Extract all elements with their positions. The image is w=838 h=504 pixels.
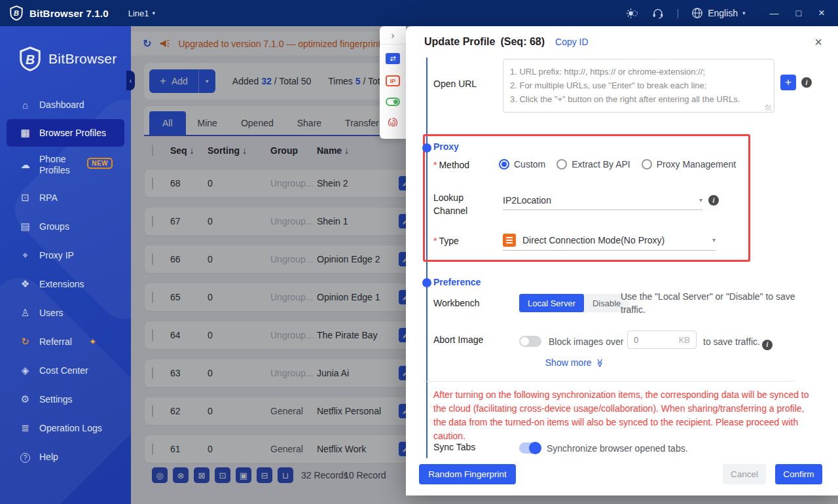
window-controls: — □ × bbox=[770, 7, 825, 20]
abort-image-toggle[interactable] bbox=[519, 336, 541, 347]
add-button-label: Add bbox=[172, 76, 188, 86]
sidebar-item-rpa[interactable]: ⊡ RPA bbox=[0, 183, 131, 212]
fingerprint-icon[interactable] bbox=[386, 116, 399, 132]
sync-tabs-label: Sync Tabs bbox=[433, 442, 475, 452]
open-url-label: Open URL bbox=[433, 79, 477, 89]
proxy-section-dot bbox=[422, 143, 431, 153]
column-header-sorting[interactable]: Sorting ↓ bbox=[208, 145, 270, 156]
add-dropdown-caret[interactable]: ▾ bbox=[198, 69, 215, 93]
row-checkbox[interactable] bbox=[152, 367, 153, 379]
row-checkbox[interactable] bbox=[152, 253, 153, 265]
show-more-link[interactable]: Show more≫ bbox=[503, 357, 647, 368]
sidebar-item-label: Users bbox=[39, 308, 64, 319]
open-url-textarea[interactable] bbox=[503, 59, 774, 113]
sidebar-item-referral[interactable]: ↻ Referral ✦ bbox=[0, 327, 131, 356]
theme-toggle-icon[interactable] bbox=[626, 7, 639, 20]
sidebar-item-dashboard[interactable]: ⌂ Dashboard bbox=[0, 90, 131, 119]
row-checkbox[interactable] bbox=[152, 443, 153, 455]
sidebar-item-users[interactable]: ♙ Users bbox=[0, 298, 131, 327]
proxy-section-heading: Proxy bbox=[433, 141, 459, 152]
preference-toggle-icon[interactable] bbox=[386, 98, 400, 106]
resize-grip-icon[interactable] bbox=[765, 105, 771, 111]
language-selector[interactable]: English ▾ bbox=[691, 7, 745, 19]
info-icon[interactable]: i bbox=[801, 77, 812, 88]
chevron-left-icon: ‹ bbox=[130, 77, 132, 84]
sidebar-collapse-handle[interactable]: ‹ bbox=[126, 71, 135, 90]
select-all-checkbox[interactable] bbox=[152, 145, 153, 156]
add-profile-button[interactable]: + Add ▾ bbox=[149, 69, 215, 93]
line-selector[interactable]: Line1 ▾ bbox=[128, 9, 155, 18]
preference-section-heading: Preference bbox=[433, 277, 481, 287]
sidebar-item-cost-center[interactable]: ◈ Cost Center bbox=[0, 356, 131, 385]
bitbrowser-app: B BitBrowser 7.1.0 Line1 ▾ | English ▾ —… bbox=[0, 0, 838, 504]
sidebar-item-groups[interactable]: ▤ Groups bbox=[0, 212, 131, 241]
double-chevron-down-icon: ≫ bbox=[595, 359, 605, 368]
ip-monitor-icon[interactable]: IP bbox=[386, 75, 400, 86]
sync-tabs-toggle[interactable] bbox=[519, 442, 541, 454]
globe-icon bbox=[691, 7, 703, 19]
tab-opened[interactable]: Opened bbox=[229, 111, 285, 135]
users-icon: ♙ bbox=[20, 307, 31, 319]
sidebar-item-proxy-ip[interactable]: ⌖ Proxy IP bbox=[0, 241, 131, 270]
sidebar-item-browser-profiles[interactable]: ▦ Browser Profiles bbox=[7, 119, 124, 147]
close-window-button[interactable]: × bbox=[818, 7, 825, 20]
sidebar-item-label: Extensions bbox=[39, 279, 84, 290]
random-fingerprint-button[interactable]: Random Fingerprint bbox=[419, 464, 516, 484]
help-icon: ? bbox=[20, 451, 31, 463]
column-header-seq[interactable]: Seq ↓ bbox=[170, 145, 208, 156]
add-url-button[interactable]: + bbox=[780, 75, 796, 90]
robot-icon: ⊡ bbox=[20, 192, 31, 204]
tab-all[interactable]: All bbox=[149, 111, 186, 135]
row-checkbox[interactable] bbox=[152, 177, 153, 189]
image-size-value: 0 bbox=[634, 335, 638, 345]
modal-title: Update Profile bbox=[424, 36, 495, 48]
shield-icon: ◈ bbox=[20, 365, 31, 376]
modal-quick-panel: › ⇄ IP bbox=[380, 26, 406, 139]
robot-icon[interactable]: ⊡ bbox=[215, 467, 230, 483]
close-square-icon[interactable]: ⊠ bbox=[194, 467, 210, 483]
row-checkbox[interactable] bbox=[152, 405, 153, 417]
svg-text:B: B bbox=[26, 52, 35, 67]
sidebar-brand: B BitBrowser bbox=[18, 46, 117, 72]
row-checkbox[interactable] bbox=[152, 215, 153, 227]
bitbrowser-logo-icon: B bbox=[18, 46, 42, 72]
sync-tabs-description: Synchronize browser opened tabs. bbox=[547, 442, 688, 455]
globe-icon[interactable]: ◎ bbox=[152, 467, 168, 483]
kb-unit-label: KB bbox=[679, 335, 690, 345]
maximize-button[interactable]: □ bbox=[796, 8, 801, 18]
close-icon[interactable]: × bbox=[814, 35, 822, 48]
divider bbox=[380, 44, 406, 45]
chevron-right-icon[interactable]: › bbox=[392, 29, 395, 41]
refresh-icon[interactable]: ↻ bbox=[143, 37, 151, 50]
sidebar-item-extensions[interactable]: ❖ Extensions bbox=[0, 270, 131, 298]
row-checkbox[interactable] bbox=[152, 329, 153, 341]
bitbrowser-logo-icon: B bbox=[9, 5, 24, 21]
tab-share[interactable]: Share bbox=[285, 111, 333, 135]
window-icon[interactable]: ▣ bbox=[236, 467, 251, 483]
tab-mine[interactable]: Mine bbox=[186, 111, 229, 135]
proxy-highlight-box bbox=[423, 134, 750, 262]
plus-icon: + bbox=[160, 75, 166, 88]
local-server-option[interactable]: Local Server bbox=[519, 294, 584, 312]
image-size-input[interactable]: 0 KB bbox=[627, 331, 697, 349]
sync-monitor-icon[interactable]: ⇄ bbox=[386, 53, 400, 64]
archive-delete-icon[interactable]: ⊟ bbox=[257, 467, 272, 483]
sidebar-item-label: Dashboard bbox=[39, 99, 84, 111]
info-icon[interactable]: i bbox=[762, 340, 773, 350]
trash-icon[interactable]: ⊔ bbox=[278, 467, 293, 483]
copy-id-link[interactable]: Copy ID bbox=[555, 37, 589, 47]
minimize-button[interactable]: — bbox=[770, 8, 779, 18]
cancel-button[interactable]: Cancel bbox=[723, 464, 766, 484]
sidebar-item-settings[interactable]: ⚙ Settings bbox=[0, 385, 131, 414]
sidebar-item-help[interactable]: ? Help bbox=[0, 442, 131, 471]
sidebar-item-phone-profiles[interactable]: ☁ Phone Profiles NEW bbox=[0, 147, 131, 183]
row-checkbox[interactable] bbox=[152, 291, 153, 303]
confirm-button[interactable]: Confirm bbox=[775, 464, 822, 484]
language-label: English bbox=[708, 8, 738, 18]
close-circle-icon[interactable]: ⊗ bbox=[173, 467, 189, 483]
sidebar-item-label: Settings bbox=[39, 394, 73, 405]
sidebar-item-operation-logs[interactable]: ≣ Operation Logs bbox=[0, 414, 131, 442]
support-headset-icon[interactable] bbox=[651, 7, 665, 20]
app-title: BitBrowser 7.1.0 bbox=[29, 8, 109, 19]
open-url-field-wrap bbox=[503, 59, 774, 115]
